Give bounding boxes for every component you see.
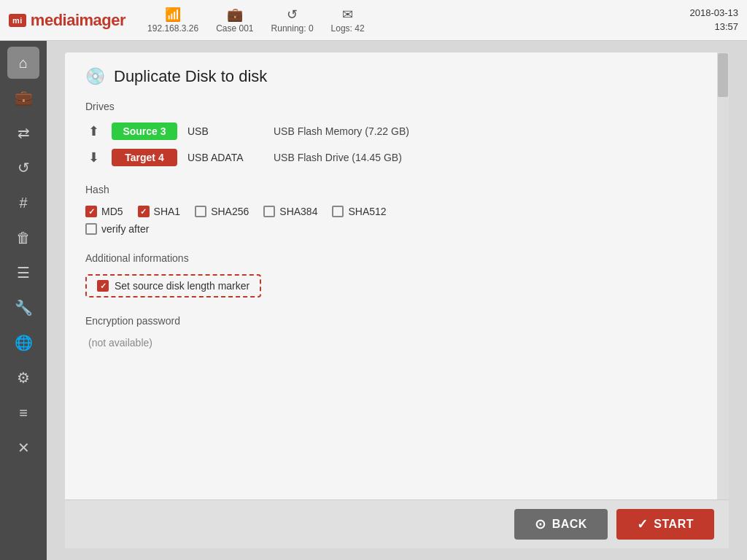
back-label: BACK bbox=[552, 518, 587, 531]
topbar: mi mediaimager 📶 192.168.3.26 💼 Case 001… bbox=[0, 0, 747, 41]
md5-label: MD5 bbox=[101, 206, 123, 217]
source-type: USB bbox=[187, 125, 260, 137]
set-source-disk-row[interactable]: Set source disk length marker bbox=[85, 274, 261, 298]
start-icon: ✓ bbox=[637, 516, 649, 532]
running-label: Running: 0 bbox=[271, 23, 314, 34]
additional-section: Additional informations Set source disk … bbox=[85, 252, 708, 298]
sidebar-item-logs2[interactable]: ≡ bbox=[7, 397, 39, 429]
time-label: 13:57 bbox=[690, 20, 739, 34]
sidebar-item-tools[interactable]: 🔧 bbox=[7, 292, 39, 324]
sha512-label: SHA512 bbox=[348, 206, 386, 217]
card-footer: ⊙ BACK ✓ START bbox=[65, 499, 729, 548]
signal-icon: 📶 bbox=[165, 7, 181, 23]
hash-label: Hash bbox=[85, 184, 708, 195]
verify-row[interactable]: verify after bbox=[85, 223, 708, 235]
topbar-stats: 📶 192.168.3.26 💼 Case 001 ↺ Running: 0 ✉… bbox=[147, 7, 689, 34]
sidebar-item-undo[interactable]: ↺ bbox=[7, 152, 39, 184]
case-label: Case 001 bbox=[216, 23, 253, 34]
sidebar-item-globe[interactable]: 🌐 bbox=[7, 327, 39, 359]
page-title: Duplicate Disk to disk bbox=[114, 67, 267, 86]
logo-media: media bbox=[31, 11, 75, 29]
scrollbar-thumb[interactable] bbox=[718, 53, 728, 97]
verify-checkbox[interactable] bbox=[85, 223, 97, 235]
sidebar-item-case[interactable]: 💼 bbox=[7, 82, 39, 114]
hash-md5[interactable]: MD5 bbox=[85, 206, 123, 217]
sha512-checkbox[interactable] bbox=[332, 206, 344, 217]
upload-icon: ⬆ bbox=[85, 123, 101, 139]
sidebar-item-shuffle[interactable]: ⇄ bbox=[7, 117, 39, 149]
datetime: 2018-03-13 13:57 bbox=[690, 7, 739, 33]
hash-sha1[interactable]: SHA1 bbox=[138, 206, 181, 217]
sha256-label: SHA256 bbox=[211, 206, 249, 217]
additional-label: Additional informations bbox=[85, 252, 708, 264]
stat-ip: 📶 192.168.3.26 bbox=[147, 7, 198, 34]
target-type: USB ADATA bbox=[187, 152, 260, 163]
back-icon: ⊙ bbox=[535, 516, 546, 532]
logs-label: Logs: 42 bbox=[331, 23, 365, 34]
sidebar-item-hash[interactable]: # bbox=[7, 187, 39, 219]
page-title-row: 💿 Duplicate Disk to disk bbox=[85, 67, 708, 86]
sidebar-item-close[interactable]: ✕ bbox=[7, 432, 39, 464]
set-source-disk-checkbox[interactable] bbox=[97, 280, 109, 292]
sidebar-item-delete[interactable]: 🗑 bbox=[7, 222, 39, 254]
disk-icon: 💿 bbox=[85, 67, 105, 86]
sha384-label: SHA384 bbox=[279, 206, 317, 217]
hash-checkboxes: MD5 SHA1 SHA256 bbox=[85, 206, 708, 217]
sha1-label: SHA1 bbox=[154, 206, 181, 217]
running-icon: ↺ bbox=[287, 7, 298, 23]
content-area: 💿 Duplicate Disk to disk Drives ⬆ Source… bbox=[47, 41, 747, 560]
main-card: 💿 Duplicate Disk to disk Drives ⬆ Source… bbox=[65, 52, 729, 548]
target-badge: Target 4 bbox=[112, 149, 177, 166]
logo-imager: imager bbox=[75, 11, 125, 29]
set-source-disk-label: Set source disk length marker bbox=[115, 280, 249, 292]
start-label: START bbox=[654, 518, 694, 531]
verify-label: verify after bbox=[101, 223, 149, 235]
hash-sha512[interactable]: SHA512 bbox=[332, 206, 386, 217]
sha1-checkbox[interactable] bbox=[138, 206, 150, 217]
encryption-not-available: (not available) bbox=[85, 337, 708, 349]
encryption-section: Encryption password (not available) bbox=[85, 315, 708, 349]
source-info: USB USB Flash Memory (7.22 GB) bbox=[187, 125, 409, 137]
target-desc: USB Flash Drive (14.45 GB) bbox=[274, 152, 402, 163]
logo-text: mediaimager bbox=[31, 11, 125, 30]
main-layout: ⌂ 💼 ⇄ ↺ # 🗑 ☰ 🔧 🌐 ⚙ ≡ ✕ 💿 Duplicate Disk… bbox=[0, 41, 747, 560]
hash-section: Hash MD5 SHA1 bbox=[85, 184, 708, 235]
sidebar-item-settings[interactable]: ⚙ bbox=[7, 362, 39, 394]
mail-icon: ✉ bbox=[342, 7, 353, 23]
md5-checkbox[interactable] bbox=[85, 206, 97, 217]
stat-running: ↺ Running: 0 bbox=[271, 7, 314, 34]
sidebar-item-list[interactable]: ☰ bbox=[7, 257, 39, 289]
sidebar-item-home[interactable]: ⌂ bbox=[7, 47, 39, 79]
drives-label: Drives bbox=[85, 101, 708, 112]
date-label: 2018-03-13 bbox=[690, 7, 739, 20]
download-icon: ⬇ bbox=[85, 149, 101, 166]
source-drive-row: ⬆ Source 3 USB USB Flash Memory (7.22 GB… bbox=[85, 122, 708, 140]
back-button[interactable]: ⊙ BACK bbox=[514, 509, 608, 540]
logo-prefix: mi bbox=[9, 14, 26, 27]
briefcase-icon: 💼 bbox=[227, 7, 243, 23]
hash-sha256[interactable]: SHA256 bbox=[195, 206, 249, 217]
card-body: 💿 Duplicate Disk to disk Drives ⬆ Source… bbox=[65, 52, 729, 499]
source-desc: USB Flash Memory (7.22 GB) bbox=[274, 125, 409, 137]
start-button[interactable]: ✓ START bbox=[616, 509, 714, 540]
source-badge: Source 3 bbox=[112, 122, 177, 140]
target-info: USB ADATA USB Flash Drive (14.45 GB) bbox=[187, 152, 402, 163]
sha384-checkbox[interactable] bbox=[263, 206, 275, 217]
scrollbar-track[interactable] bbox=[717, 52, 729, 499]
encryption-label: Encryption password bbox=[85, 315, 708, 327]
hash-sha384[interactable]: SHA384 bbox=[263, 206, 317, 217]
sha256-checkbox[interactable] bbox=[195, 206, 206, 217]
sidebar: ⌂ 💼 ⇄ ↺ # 🗑 ☰ 🔧 🌐 ⚙ ≡ ✕ bbox=[0, 41, 47, 560]
drives-section: Drives ⬆ Source 3 USB USB Flash Memory (… bbox=[85, 101, 708, 166]
ip-label: 192.168.3.26 bbox=[147, 23, 198, 34]
stat-logs: ✉ Logs: 42 bbox=[331, 7, 365, 34]
target-drive-row: ⬇ Target 4 USB ADATA USB Flash Drive (14… bbox=[85, 149, 708, 166]
logo: mi mediaimager bbox=[9, 11, 125, 30]
stat-case: 💼 Case 001 bbox=[216, 7, 253, 34]
